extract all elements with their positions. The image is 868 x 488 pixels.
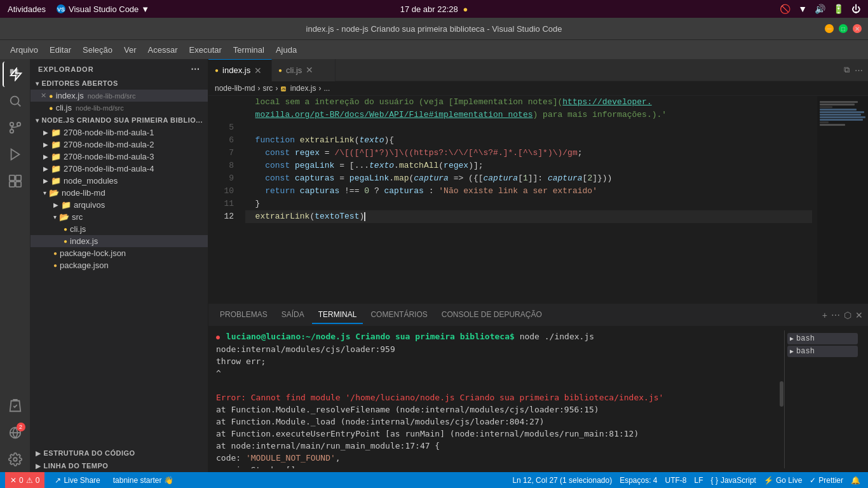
panel-tab-output[interactable]: SAÍDA xyxy=(275,306,311,324)
folder-icon4: 📁 xyxy=(51,164,61,173)
bash-shell-2[interactable]: ▶ bash xyxy=(787,346,858,357)
breadcrumb-more[interactable]: ... xyxy=(323,84,330,93)
close-button[interactable]: ✕ xyxy=(853,24,862,33)
tab-index-icon: ● xyxy=(215,67,219,74)
menu-ajuda[interactable]: Ajuda xyxy=(271,43,302,57)
status-language[interactable]: { } JavaScript xyxy=(709,476,759,485)
menu-selecao[interactable]: Seleção xyxy=(78,43,118,57)
tab-cli-js[interactable]: ● cli.js ✕ xyxy=(272,59,336,81)
line-numbers: 5 6 7 8 9 10 11 💡 12 xyxy=(208,96,240,304)
open-editors-section[interactable]: ▾ EDITORES ABERTOS xyxy=(31,77,208,90)
panel-tab-comments[interactable]: COMENTÁRIOS xyxy=(364,306,433,324)
panel-tab-debug-console[interactable]: CONSOLE DE DEPURAÇÃO xyxy=(435,306,548,324)
tab-cli-close[interactable]: ✕ xyxy=(306,65,313,75)
panel-layout-icon[interactable]: ⬡ xyxy=(844,310,851,320)
status-notifications[interactable]: 🔔 xyxy=(848,476,863,485)
status-encoding[interactable]: UTF-8 xyxy=(663,476,689,485)
tree-folder-src[interactable]: ▾ 📂 src xyxy=(31,211,208,223)
vscode-label[interactable]: Visual Studio Code xyxy=(69,4,139,14)
tab-index-js[interactable]: ● index.js ✕ xyxy=(208,59,272,81)
close-file-cli-icon[interactable]: ✕ xyxy=(41,104,46,112)
panel-close-icon[interactable]: ✕ xyxy=(855,310,863,320)
tree-file-pkglock[interactable]: ● package-lock.json xyxy=(31,247,208,259)
folder-icon1: 📁 xyxy=(51,128,61,137)
timeline-arrow: ▶ xyxy=(36,463,41,470)
tree-folder-nodelibmd[interactable]: ▾ 📂 node-lib-md xyxy=(31,187,208,199)
tab-index-close[interactable]: ✕ xyxy=(254,65,262,76)
menu-editar[interactable]: Editar xyxy=(44,43,76,57)
new-terminal-icon[interactable]: + xyxy=(822,310,827,320)
menu-ver[interactable]: Ver xyxy=(119,43,142,57)
terminal-scrollbar[interactable] xyxy=(779,330,784,468)
breadcrumb-sep1: › xyxy=(257,84,260,93)
panel-tab-problems[interactable]: PROBLEMAS xyxy=(214,306,274,324)
tree-folder-aula2[interactable]: ▶ 📁 2708-node-lib-md-aula-2 xyxy=(31,139,208,151)
extensions-icon[interactable] xyxy=(3,168,28,194)
status-golive[interactable]: ⚡ Go Live xyxy=(761,476,804,485)
project-label: NODE.JS CRIANDO SUA PRIMEIRA BIBLIO... xyxy=(42,116,203,124)
menu-acessar[interactable]: Acessar xyxy=(143,43,183,57)
status-prettier[interactable]: ✓ Prettier xyxy=(807,476,846,485)
js-file-icon2: ● xyxy=(49,104,53,112)
timeline-section[interactable]: ▶ LINHA DO TEMPO xyxy=(31,459,208,472)
more-tabs-icon[interactable]: ⋯ xyxy=(855,65,863,75)
ubuntu-topbar-center: 17 de abr 22:28 ● xyxy=(400,4,468,14)
tree-file-clijs[interactable]: ● cli.js xyxy=(31,223,208,235)
status-line-ending[interactable]: LF xyxy=(692,476,706,485)
breadcrumb-src[interactable]: src xyxy=(262,84,273,93)
explorer-icon[interactable] xyxy=(3,62,28,87)
open-file-cli[interactable]: ✕ ● cli.js node-lib-md/src xyxy=(31,102,208,114)
project-section[interactable]: ▾ NODE.JS CRIANDO SUA PRIMEIRA BIBLIO... xyxy=(31,114,208,126)
remote-icon[interactable]: 2 xyxy=(3,420,28,445)
minimize-button[interactable]: ─ xyxy=(825,24,834,33)
editor-scrollbar[interactable] xyxy=(812,96,817,304)
svg-rect-12 xyxy=(15,175,20,180)
search-icon[interactable] xyxy=(3,88,28,114)
menu-executar[interactable]: Executar xyxy=(184,43,227,57)
tree-folder-arquivos[interactable]: ▶ 📁 arquivos xyxy=(31,199,208,211)
panel-more-icon[interactable]: ⋯ xyxy=(831,310,840,320)
tree-folder-aula3[interactable]: ▶ 📁 2708-node-lib-md-aula-3 xyxy=(31,151,208,163)
status-liveshare[interactable]: ↗ Live Share xyxy=(52,476,102,485)
test-icon[interactable] xyxy=(3,393,28,419)
status-tabnine[interactable]: tabnine starter 👋 xyxy=(111,476,176,485)
split-editor-icon[interactable]: ⧉ xyxy=(844,65,850,75)
settings-icon[interactable] xyxy=(3,447,28,472)
term-line-4: ^ xyxy=(216,367,779,379)
open-file-index[interactable]: ✕ ● index.js node-lib-md/src xyxy=(31,90,208,102)
status-errors[interactable]: ✕ 0 ⚠ 0 xyxy=(5,472,44,488)
tree-file-indexjs[interactable]: ● index.js xyxy=(31,235,208,247)
code-content[interactable]: local sem a intereção do usuário (veja [… xyxy=(240,96,812,304)
terminal-sidebar: ▶ bash ▶ bash xyxy=(784,330,860,468)
bash-shell-1[interactable]: ▶ bash xyxy=(787,333,858,344)
maximize-button[interactable]: □ xyxy=(839,24,848,33)
breadcrumb-nodelib[interactable]: node-lib-md xyxy=(215,84,255,93)
menu-arquivo[interactable]: Arquivo xyxy=(5,43,43,57)
liveshare-label: Live Share xyxy=(64,476,100,485)
breadcrumb-indexjs[interactable]: JS index.js xyxy=(280,84,316,93)
status-spaces[interactable]: Espaços: 4 xyxy=(617,476,660,485)
status-line-col[interactable]: Ln 12, Col 27 (1 selecionado) xyxy=(510,476,614,485)
code-line-12[interactable]: extrairLink(textoTest) xyxy=(245,210,812,223)
svg-marker-9 xyxy=(11,149,19,160)
tree-folder-aula4[interactable]: ▶ 📁 2708-node-lib-md-aula-4 xyxy=(31,163,208,175)
statusbar: ✕ 0 ⚠ 0 ↗ Live Share tabnine starter 👋 L… xyxy=(0,472,868,488)
close-file-icon[interactable]: ✕ xyxy=(41,92,46,100)
json-icon-pkglock: ● xyxy=(53,250,57,257)
line-num-7: 7 xyxy=(208,147,234,159)
sidebar-new-file-icon[interactable]: ⋯ xyxy=(191,64,200,74)
source-control-icon[interactable] xyxy=(3,115,28,140)
code-editor[interactable]: 5 6 7 8 9 10 11 💡 12 local sem a intereç… xyxy=(208,96,868,304)
tree-folder-nodemodules[interactable]: ▶ 📁 node_modules xyxy=(31,175,208,187)
tree-file-pkg[interactable]: ● package.json xyxy=(31,259,208,271)
breadcrumb-sep3: › xyxy=(318,84,321,93)
menu-terminal[interactable]: Terminal xyxy=(228,43,269,57)
terminal-content[interactable]: ● luciano@luciano:~/node.js Criando sua … xyxy=(208,327,868,472)
panel-tab-terminal[interactable]: TERMINAL xyxy=(312,306,363,324)
folder-arrow3: ▶ xyxy=(43,153,48,160)
tree-folder-aula1[interactable]: ▶ 📁 2708-node-lib-md-aula-1 xyxy=(31,126,208,139)
run-icon[interactable] xyxy=(3,142,28,167)
warning-count: 0 xyxy=(36,476,40,485)
activities-label[interactable]: Atividades xyxy=(8,4,46,14)
structure-section[interactable]: ▶ ESTRUTURA DO CÓDIGO xyxy=(31,447,208,459)
